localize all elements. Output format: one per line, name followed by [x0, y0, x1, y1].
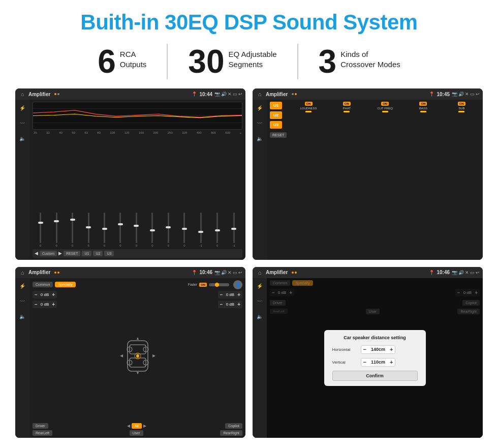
eq-icon-4[interactable]: ⚡: [255, 281, 265, 291]
screen1-time: 10:44: [199, 92, 212, 97]
driver-btn[interactable]: Driver: [33, 423, 48, 429]
camera-icon-2: 📷: [452, 92, 457, 97]
eq-slider-6: 0: [136, 213, 137, 247]
u1-btn[interactable]: U1: [82, 251, 91, 256]
fader-slider[interactable]: [209, 283, 229, 286]
rect-icon: ▭: [233, 92, 237, 97]
volume-icon: 🔊: [221, 92, 227, 97]
plus-btn-3[interactable]: +: [237, 292, 240, 297]
wave-icon-4[interactable]: 〰: [255, 296, 265, 307]
eq-freq-labels: 25 32 40 50 63 80 100 125 160 200 250 32…: [33, 131, 242, 134]
u3-btn[interactable]: U3: [104, 251, 114, 256]
channel-label-loudness: LOUDNESS: [300, 107, 317, 110]
screen-eq: ⌂ Amplifier 📍 10:44 📷 🔊 ✕ ▭ ↩: [15, 88, 245, 260]
amp-u-buttons: U1 U2 U3 RESET: [270, 102, 287, 138]
freq-more: »: [240, 131, 241, 134]
screen3-status-icons: 📍 10:46 📷 🔊 ✕ ▭ ↩: [192, 270, 242, 275]
ds-main: Common Specialty − 0 dB + − 0 dB: [267, 278, 483, 438]
common-tab[interactable]: Common: [33, 282, 53, 287]
stat-label-rca-1: RCA: [120, 49, 147, 59]
eq-slider-9: 0: [183, 213, 185, 247]
eq-slider-5: 0: [119, 213, 121, 247]
screen4-status-icons: 📍 10:46 📷 🔊 ✕ ▭ ↩: [429, 270, 480, 275]
vertical-minus-btn[interactable]: −: [363, 360, 366, 365]
plus-btn-2[interactable]: +: [52, 302, 55, 307]
stat-label-crossover-1: Kinds of: [340, 49, 400, 59]
reset-btn[interactable]: RESET: [64, 251, 80, 256]
home-icon-2[interactable]: ⌂: [256, 90, 264, 98]
db-row-2: − 0 dB +: [33, 301, 57, 308]
u3-amp-btn[interactable]: U3: [270, 121, 282, 129]
wave-icon[interactable]: 〰: [17, 118, 27, 128]
rearright-btn[interactable]: RearRight: [220, 430, 242, 436]
stat-label-crossover-2: Crossover Modes: [340, 59, 400, 70]
horizontal-minus-btn[interactable]: −: [363, 347, 366, 352]
freq-32: 32: [46, 131, 50, 134]
specialty-tab[interactable]: Specialty: [55, 282, 75, 287]
freq-200: 200: [153, 131, 158, 134]
right-arrow[interactable]: ▶: [143, 424, 146, 428]
stat-label-eq-1: EQ Adjustable: [229, 49, 277, 59]
speaker-icon-2[interactable]: 🔈: [255, 133, 265, 143]
u1-amp-btn[interactable]: U1: [270, 102, 282, 109]
minus-btn-1[interactable]: −: [35, 292, 38, 297]
dialog-vertical-ctrl: − 110cm +: [361, 358, 396, 367]
db-row-3: − 0 dB +: [218, 291, 242, 298]
user-icon[interactable]: 👤: [233, 280, 242, 289]
vertical-plus-btn[interactable]: +: [390, 360, 393, 365]
stat-label-rca-2: Outputs: [120, 59, 147, 70]
eq-icon-3[interactable]: ⚡: [17, 281, 27, 291]
db-value-3: 0 dB: [225, 292, 236, 297]
back-icon-3: ↩: [238, 270, 242, 275]
eq-slider-3: 5: [87, 213, 89, 247]
custom-btn[interactable]: Custom: [40, 251, 57, 256]
speaker-icon-4[interactable]: 🔈: [255, 312, 265, 322]
left-arrow[interactable]: ◀: [127, 424, 130, 428]
amp-channel-phat: ON PHAT: [329, 102, 365, 111]
wave-icon-2[interactable]: 〰: [255, 118, 265, 128]
dot8: [295, 272, 297, 274]
screen4-dots: [292, 272, 297, 274]
speaker-icon[interactable]: 🔈: [17, 133, 27, 143]
speaker-icon-3[interactable]: 🔈: [17, 312, 27, 322]
all-btn[interactable]: All: [132, 423, 142, 429]
home-icon[interactable]: ⌂: [18, 90, 26, 98]
plus-btn-1[interactable]: +: [52, 292, 55, 297]
minus-btn-2[interactable]: −: [35, 302, 38, 307]
camera-icon-3: 📷: [214, 270, 220, 275]
prev-btn[interactable]: ◀: [35, 251, 38, 256]
freq-630: 630: [225, 131, 230, 134]
svg-text:▼: ▼: [136, 371, 140, 375]
u2-amp-btn[interactable]: U2: [270, 111, 282, 119]
next-btn[interactable]: ▶: [58, 251, 62, 256]
dot1: [54, 93, 56, 95]
minus-btn-3[interactable]: −: [220, 292, 223, 297]
vertical-value: 110cm: [368, 360, 388, 365]
horizontal-plus-btn[interactable]: +: [390, 347, 393, 352]
pin-icon-3: 📍: [192, 270, 197, 275]
minus-btn-4[interactable]: −: [220, 302, 223, 307]
freq-320: 320: [182, 131, 187, 134]
plus-btn-4[interactable]: +: [237, 302, 240, 307]
user-btn[interactable]: User: [130, 430, 143, 436]
amp-reset-btn[interactable]: RESET: [270, 132, 287, 138]
rearleft-btn[interactable]: RearLeft: [33, 430, 52, 436]
confirm-button[interactable]: Confirm: [332, 371, 418, 381]
pin-icon: 📍: [192, 92, 197, 97]
eq-slider-8: 0: [168, 213, 169, 247]
eq-icon[interactable]: ⚡: [17, 103, 27, 113]
amp-channel-bass: ON BASS: [405, 102, 441, 111]
home-icon-3[interactable]: ⌂: [18, 268, 26, 277]
screen2-statusbar: ⌂ Amplifier 📍 10:45 📷 🔊 ✕ ▭ ↩: [253, 88, 483, 100]
eq-icon-2[interactable]: ⚡: [255, 103, 265, 113]
dot3: [292, 93, 294, 95]
dialog-horizontal-row: Horizontal − 140cm +: [332, 345, 418, 354]
eq-slider-0: 0: [40, 213, 41, 247]
wave-icon-3[interactable]: 〰: [17, 296, 27, 307]
u2-btn[interactable]: U2: [93, 251, 103, 256]
back-icon: ↩: [238, 92, 242, 97]
back-icon-4: ↩: [476, 270, 480, 275]
copilot-btn[interactable]: Copilot: [225, 423, 242, 429]
screen1-statusbar: ⌂ Amplifier 📍 10:44 📷 🔊 ✕ ▭ ↩: [15, 88, 245, 100]
home-icon-4[interactable]: ⌂: [256, 268, 264, 277]
